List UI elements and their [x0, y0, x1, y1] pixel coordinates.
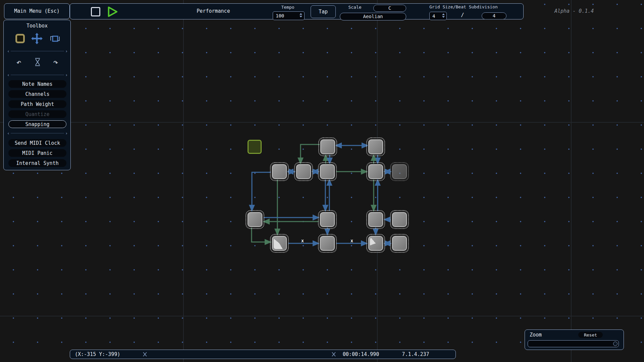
- square-node-tool-glyph: [15, 34, 25, 43]
- send-midi-clock-button[interactable]: Send MIDI Clock: [8, 139, 66, 147]
- square-node-tool-icon[interactable]: [14, 33, 26, 45]
- undo-glyph: ↶: [16, 58, 21, 66]
- redo-icon[interactable]: ↷: [50, 56, 62, 68]
- node-canvas[interactable]: xx: [0, 0, 644, 362]
- zoom-slider[interactable]: [528, 340, 619, 347]
- split-glyph: [34, 57, 42, 67]
- divider-line: [11, 51, 64, 51]
- zoom-reset-button[interactable]: Reset: [578, 332, 603, 338]
- stop-button[interactable]: [91, 7, 100, 16]
- grid-separator: /: [461, 12, 464, 18]
- tempo-spinner-down-icon[interactable]: [300, 16, 302, 17]
- toolbox-divider[interactable]: ‹ ›: [7, 49, 68, 53]
- zoom-slider-handle[interactable]: [613, 342, 618, 346]
- zoom-label: Zoom: [530, 332, 542, 338]
- split-icon[interactable]: [32, 56, 44, 68]
- mode-label: Performance: [188, 8, 238, 14]
- divider-right-chevron-icon: ›: [65, 72, 68, 77]
- move-tool-icon[interactable]: [31, 33, 43, 45]
- playback-time: 00:00:14.990: [337, 351, 384, 357]
- beat-subdivision-input[interactable]: 4: [482, 12, 506, 19]
- grid-size-spinner[interactable]: [442, 13, 445, 18]
- divider-left-chevron-icon: ‹: [7, 49, 10, 54]
- version-label: Alpha - 0.1.4: [554, 8, 615, 14]
- toggle-quantize[interactable]: Quantize: [8, 110, 66, 118]
- tempo-spinner[interactable]: [300, 13, 302, 17]
- undo-icon[interactable]: ↶: [13, 56, 25, 68]
- playback-position: 7.1.4.237: [397, 351, 434, 357]
- segment-divider-icon: [332, 352, 336, 357]
- grid-spinner-down-icon[interactable]: [442, 16, 445, 18]
- edge-repeat-label: x: [351, 238, 353, 243]
- scale-root-select[interactable]: C: [373, 5, 406, 12]
- internal-synth-button[interactable]: Internal Synth: [8, 159, 66, 167]
- toggle-channels[interactable]: Channels: [8, 90, 66, 98]
- toolbox-panel: Toolbox ‹ › ↶ ↷ ‹ › Note Names Channels: [3, 20, 71, 170]
- divider-right-chevron-icon: ›: [65, 49, 68, 54]
- scale-mode-select[interactable]: Aeolian: [340, 13, 406, 20]
- toggle-snapping[interactable]: Snapping: [8, 120, 66, 128]
- segment-divider-icon: [143, 352, 147, 357]
- toggle-path-weight[interactable]: Path Weight: [8, 100, 66, 108]
- toggle-note-names[interactable]: Note Names: [8, 80, 66, 88]
- tap-tempo-button[interactable]: Tap: [311, 5, 336, 18]
- midi-panic-button[interactable]: MIDI Panic: [8, 149, 66, 157]
- edge-label-layer: xx: [0, 0, 644, 362]
- status-bar: (X:-315 Y:-399) 00:00:14.990 7.1.4.237: [70, 350, 456, 359]
- cursor-coordinates: (X:-315 Y:-399): [75, 351, 120, 357]
- toolbox-title: Toolbox: [4, 23, 70, 29]
- grid-spinner-up-icon[interactable]: [442, 13, 445, 15]
- main-menu-label: Main Menu (Esc): [14, 8, 59, 14]
- divider-line: [11, 133, 64, 133]
- grid-size-label: Grid Size/Beat Subdivision: [420, 4, 507, 9]
- divider-right-chevron-icon: ›: [65, 131, 68, 136]
- divider-left-chevron-icon: ‹: [7, 72, 10, 77]
- divider-line: [11, 75, 64, 75]
- toolbox-divider[interactable]: ‹ ›: [7, 73, 68, 77]
- main-menu-button[interactable]: Main Menu (Esc): [4, 3, 70, 19]
- toolbox-divider[interactable]: ‹ ›: [7, 131, 68, 135]
- tempo-label: Tempo: [274, 5, 301, 10]
- zoom-panel: Zoom Reset: [525, 329, 624, 350]
- transform-tool-glyph: [49, 33, 61, 44]
- redo-glyph: ↷: [53, 58, 58, 66]
- scale-label: Scale: [341, 5, 368, 10]
- transport-bar: Performance Tempo Tap Scale C Aeolian Gr…: [70, 3, 524, 19]
- tempo-spinner-up-icon[interactable]: [300, 13, 302, 15]
- play-button[interactable]: [107, 6, 118, 17]
- move-tool-glyph: [31, 33, 43, 44]
- transform-tool-icon[interactable]: [49, 33, 61, 45]
- divider-left-chevron-icon: ‹: [7, 131, 10, 136]
- edge-repeat-label: x: [301, 238, 304, 243]
